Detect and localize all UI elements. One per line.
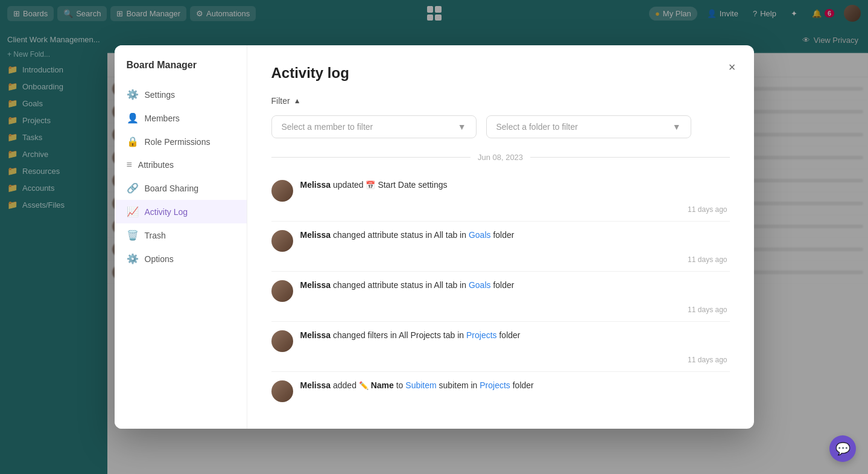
nav-item-icon: ≡ [127, 159, 132, 170]
modal-main-content[interactable]: × Activity log Filter ▲ Select a member … [247, 45, 754, 429]
board-manager-modal: Board Manager ⚙️Settings👤Members🔒Role Pe… [115, 45, 754, 429]
activity-row: Melissa updated 📅 Start Date settings [271, 179, 730, 202]
activity-link[interactable]: Goals [469, 230, 491, 240]
activity-item: Melissa changed attribute status in All … [271, 272, 730, 322]
activity-subitem-link[interactable]: Subitem [405, 380, 436, 390]
nav-item-label: Activity Log [145, 207, 188, 217]
activity-link[interactable]: Projects [480, 380, 510, 390]
date-divider: Jun 08, 2023 [271, 153, 730, 162]
member-filter-select[interactable]: Select a member to filter ▼ [271, 115, 477, 138]
folder-select-chevron-icon: ▼ [673, 122, 681, 132]
nav-item-label: Role Permissions [145, 137, 211, 147]
filter-chevron-icon: ▲ [294, 97, 301, 105]
activity-item: Melissa updated 📅 Start Date settings 11… [271, 171, 730, 222]
modal-nav-item-settings[interactable]: ⚙️Settings [115, 83, 247, 106]
avatar [271, 380, 293, 402]
nav-item-icon: 🗑️ [127, 229, 139, 241]
activity-user: Melissa [300, 180, 331, 190]
activity-row: Melissa changed attribute status in All … [271, 279, 730, 302]
activity-action: Start Date settings [378, 180, 447, 190]
folder-filter-select[interactable]: Select a folder to filter ▼ [486, 115, 691, 138]
activity-user: Melissa [300, 380, 331, 390]
member-select-chevron-icon: ▼ [458, 122, 466, 132]
activity-timestamp: 11 days ago [271, 255, 730, 264]
date-divider-label: Jun 08, 2023 [478, 153, 523, 162]
nav-item-label: Members [145, 114, 180, 123]
filter-dropdowns: Select a member to filter ▼ Select a fol… [271, 115, 730, 138]
nav-item-label: Attributes [138, 160, 174, 170]
chat-bubble-button[interactable]: 💬 [829, 435, 856, 462]
modal-nav-item-role-permissions[interactable]: 🔒Role Permissions [115, 130, 247, 153]
avatar [271, 180, 293, 202]
activity-row: Melissa added ✏️ Name to Subitem subitem… [271, 379, 730, 402]
activity-timestamp: 11 days ago [271, 306, 730, 314]
modal-nav-item-attributes[interactable]: ≡Attributes [115, 153, 247, 176]
activity-user: Melissa [300, 230, 331, 240]
activity-item: Melissa changed filters in All Projects … [271, 322, 730, 372]
nav-item-icon: ⚙️ [127, 253, 139, 264]
activity-timestamp: 11 days ago [271, 205, 730, 214]
activity-timestamp: 11 days ago [271, 356, 730, 364]
modal-nav-item-members[interactable]: 👤Members [115, 106, 247, 130]
nav-item-icon: 📈 [127, 206, 139, 217]
nav-item-label: Board Sharing [145, 184, 199, 193]
modal-nav-item-options[interactable]: ⚙️Options [115, 247, 247, 271]
close-button[interactable]: × [723, 57, 742, 77]
activity-row: Melissa changed filters in All Projects … [271, 329, 730, 352]
modal-nav-item-trash[interactable]: 🗑️Trash [115, 223, 247, 247]
calendar-icon: 📅 [366, 181, 375, 190]
activity-user: Melissa [300, 330, 331, 340]
activity-user: Melissa [300, 280, 331, 290]
activity-text: Melissa added ✏️ Name to Subitem subitem… [300, 379, 730, 392]
nav-item-label: Settings [145, 90, 176, 100]
activity-item: Melissa added ✏️ Name to Subitem subitem… [271, 372, 730, 409]
activity-text: Melissa changed filters in All Projects … [300, 329, 730, 342]
activity-link[interactable]: Projects [466, 330, 497, 340]
avatar [271, 330, 293, 352]
chat-icon: 💬 [835, 441, 851, 456]
filter-label: Filter [271, 96, 290, 106]
nav-item-icon: 👤 [127, 112, 139, 124]
activity-text: Melissa updated 📅 Start Date settings [300, 179, 730, 191]
modal-sidebar: Board Manager ⚙️Settings👤Members🔒Role Pe… [115, 45, 247, 429]
avatar [271, 230, 293, 252]
edit-icon: ✏️ [359, 381, 369, 390]
modal-overlay[interactable]: Board Manager ⚙️Settings👤Members🔒Role Pe… [0, 0, 868, 474]
nav-item-icon: 🔒 [127, 136, 139, 147]
activity-text: Melissa changed attribute status in All … [300, 279, 730, 292]
activity-text: Melissa changed attribute status in All … [300, 229, 730, 242]
activity-field-name: Name [371, 380, 394, 390]
modal-nav-item-activity-log[interactable]: 📈Activity Log [115, 200, 247, 223]
modal-sidebar-title: Board Manager [115, 60, 247, 83]
nav-item-icon: ⚙️ [127, 89, 139, 100]
nav-item-icon: 🔗 [127, 182, 139, 194]
avatar [271, 280, 293, 302]
activity-row: Melissa changed attribute status in All … [271, 229, 730, 252]
folder-select-placeholder: Select a folder to filter [496, 122, 578, 132]
modal-nav-item-board-sharing[interactable]: 🔗Board Sharing [115, 176, 247, 200]
filter-toggle[interactable]: Filter ▲ [271, 96, 730, 106]
activity-item: Melissa changed attribute status in All … [271, 222, 730, 272]
modal-content-title: Activity log [271, 65, 730, 82]
nav-item-label: Options [145, 254, 174, 264]
member-select-placeholder: Select a member to filter [282, 122, 373, 132]
nav-item-label: Trash [145, 231, 166, 240]
activity-link[interactable]: Goals [469, 280, 491, 290]
